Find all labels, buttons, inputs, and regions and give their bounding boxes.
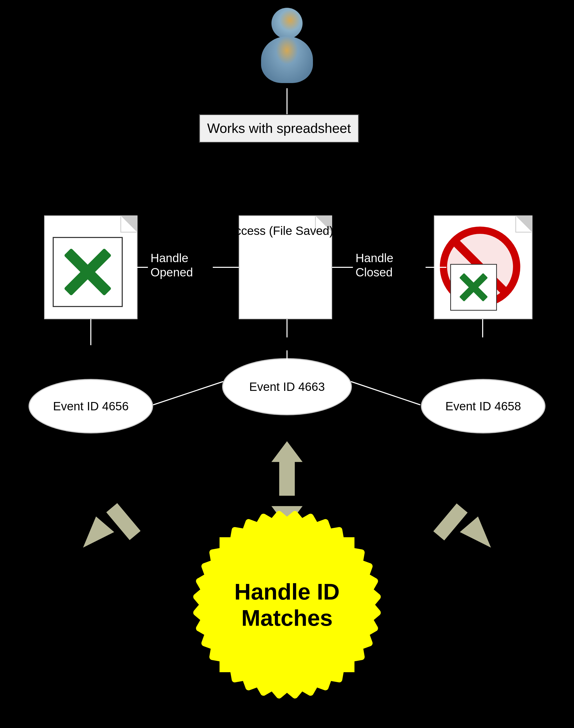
works-with-text: Works with spreadsheet bbox=[207, 121, 351, 136]
excel-x-left bbox=[62, 246, 114, 298]
doc-right bbox=[434, 215, 532, 319]
svg-rect-20 bbox=[107, 503, 141, 540]
starburst-text: Handle ID Matches bbox=[234, 578, 340, 631]
svg-marker-16 bbox=[272, 441, 302, 462]
starburst: Handle ID Matches bbox=[219, 537, 355, 672]
ellipse-right: Event ID 4658 bbox=[421, 379, 545, 434]
small-excel-x bbox=[458, 272, 489, 303]
starburst-container: Handle ID Matches bbox=[214, 532, 360, 677]
ellipse-center: Event ID 4663 bbox=[222, 358, 352, 415]
svg-rect-17 bbox=[279, 462, 295, 496]
event-id-center-text: Event ID 4663 bbox=[249, 380, 325, 394]
user-figure bbox=[253, 8, 321, 91]
svg-line-10 bbox=[351, 381, 420, 405]
starburst-line1: Handle ID bbox=[234, 579, 340, 604]
works-with-label: Works with spreadsheet bbox=[199, 114, 359, 143]
svg-text:Closed: Closed bbox=[356, 266, 393, 279]
svg-line-9 bbox=[153, 381, 223, 405]
starburst-line2: Matches bbox=[241, 605, 333, 631]
ellipse-left: Event ID 4656 bbox=[29, 379, 153, 434]
small-excel-icon bbox=[450, 264, 497, 311]
svg-marker-19 bbox=[83, 517, 114, 548]
event-id-left-text: Event ID 4656 bbox=[53, 399, 129, 413]
user-body bbox=[261, 36, 313, 83]
doc-excel-left bbox=[44, 215, 137, 319]
doc-middle bbox=[239, 215, 332, 319]
excel-icon-left bbox=[53, 237, 123, 307]
svg-text:Handle: Handle bbox=[356, 251, 394, 265]
svg-text:Handle: Handle bbox=[151, 251, 189, 265]
user-head bbox=[272, 8, 302, 39]
svg-marker-21 bbox=[460, 517, 491, 548]
svg-rect-22 bbox=[433, 503, 467, 540]
main-diagram: Works with spreadsheet Access (File Save… bbox=[0, 0, 574, 728]
event-id-right-text: Event ID 4658 bbox=[445, 399, 521, 413]
svg-text:Opened: Opened bbox=[151, 266, 193, 279]
